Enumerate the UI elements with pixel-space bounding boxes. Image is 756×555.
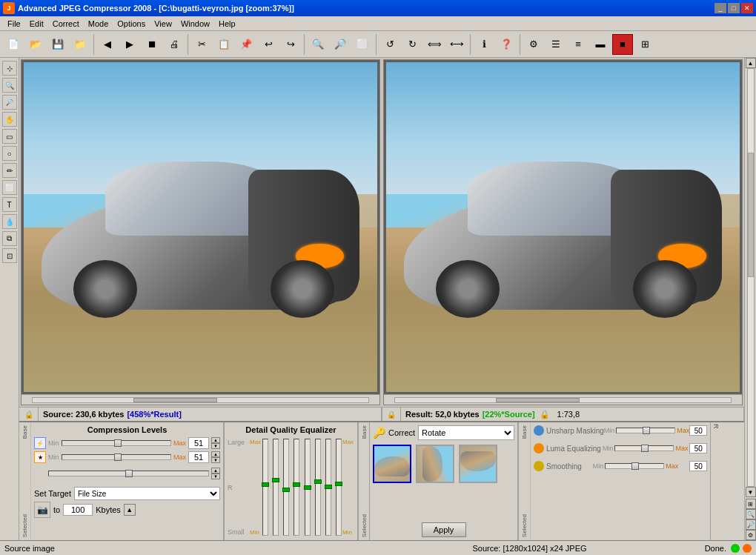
eq-vthumb-1[interactable] xyxy=(262,482,269,487)
kbytes-spin-up[interactable]: ▲ xyxy=(124,504,136,516)
tool-text[interactable]: T xyxy=(2,197,17,212)
unsharp-value[interactable]: 50 xyxy=(689,425,707,436)
tb-new[interactable]: 📄 xyxy=(3,34,24,55)
eq-vthumb-4[interactable] xyxy=(293,482,300,487)
comp-down2[interactable]: ▼ xyxy=(211,457,220,463)
tb-flip[interactable]: ⟺ xyxy=(424,34,445,55)
slider1-track[interactable] xyxy=(62,440,171,446)
v-scroll-extra1[interactable]: ⊞ xyxy=(746,499,756,509)
maximize-button[interactable]: □ xyxy=(728,3,740,13)
eq-vslider-1[interactable] xyxy=(262,439,268,536)
tb-rotate-r[interactable]: ↻ xyxy=(402,34,422,55)
menu-file[interactable]: File xyxy=(3,19,25,29)
tool-select[interactable]: ⊹ xyxy=(2,61,17,76)
v-scrollbar[interactable]: ▲ ▼ ⊞ 🔍 🔎 ⚙ xyxy=(744,58,756,540)
slider3-track[interactable] xyxy=(48,471,209,476)
thumb-2[interactable] xyxy=(416,445,454,483)
tool-zoom-in[interactable]: 🔍 xyxy=(2,78,17,93)
v-scroll-track[interactable] xyxy=(747,68,755,487)
kbytes-input[interactable] xyxy=(63,504,93,516)
luma-thumb[interactable] xyxy=(641,445,649,452)
tool-clone[interactable]: ⧉ xyxy=(2,231,17,246)
tool-pen[interactable]: ✏ xyxy=(2,163,17,178)
minimize-button[interactable]: _ xyxy=(714,3,726,13)
tool-fill[interactable]: ⬜ xyxy=(2,180,17,195)
menu-options[interactable]: Options xyxy=(113,19,150,29)
tb-settings4[interactable]: ▬ xyxy=(590,34,611,55)
v-scroll-extra3[interactable]: 🔎 xyxy=(746,519,756,530)
tb-red[interactable]: ■ xyxy=(612,34,633,55)
result-hscroll[interactable] xyxy=(384,394,742,405)
tb-paste[interactable]: 📌 xyxy=(236,34,256,55)
eq-vthumb-8[interactable] xyxy=(335,482,342,486)
source-hscroll-thumb[interactable] xyxy=(133,398,217,402)
tool-zoom-out[interactable]: 🔎 xyxy=(2,95,17,110)
tb-stop[interactable]: ⏹ xyxy=(142,34,162,55)
tb-fit[interactable]: ⬜ xyxy=(352,34,373,55)
tb-settings2[interactable]: ☰ xyxy=(546,34,566,55)
tool-crop[interactable]: ⊡ xyxy=(2,248,17,263)
tb-next[interactable]: ▶ xyxy=(119,34,140,55)
luma-track[interactable] xyxy=(614,445,674,451)
thumb-3[interactable] xyxy=(459,445,497,483)
menu-correct[interactable]: Correct xyxy=(48,19,84,29)
comp-up2[interactable]: ▲ xyxy=(211,451,220,457)
slider1-thumb[interactable] xyxy=(114,439,122,447)
smoothing-track[interactable] xyxy=(605,463,664,469)
result-hscroll-thumb[interactable] xyxy=(496,398,580,402)
eq-vslider-7[interactable] xyxy=(325,439,331,536)
tb-print[interactable]: 🖨 xyxy=(164,34,185,55)
tb-settings1[interactable]: ⚙ xyxy=(523,34,544,55)
apply-button[interactable]: Apply xyxy=(422,522,466,537)
tb-undo[interactable]: ↩ xyxy=(258,34,279,55)
menu-view[interactable]: View xyxy=(150,19,176,29)
v-scroll-up[interactable]: ▲ xyxy=(746,58,756,68)
slider3-thumb[interactable] xyxy=(125,470,133,477)
close-button[interactable]: ✕ xyxy=(741,3,753,13)
correct-select[interactable]: Rotate xyxy=(418,425,514,440)
menu-window[interactable]: Window xyxy=(176,19,214,29)
tb-prev[interactable]: ◀ xyxy=(97,34,118,55)
comp-up3[interactable]: ▲ xyxy=(211,468,220,473)
eq-vthumb-3[interactable] xyxy=(282,488,290,492)
v-scroll-thumb[interactable] xyxy=(748,153,754,278)
source-hscroll-track[interactable] xyxy=(32,397,369,403)
tb-zoom-in[interactable]: 🔍 xyxy=(308,34,328,55)
thumb-1[interactable] xyxy=(373,445,411,483)
unsharp-thumb[interactable] xyxy=(643,427,650,434)
tool-ellipse[interactable]: ○ xyxy=(2,146,17,161)
menu-help[interactable]: Help xyxy=(214,19,240,29)
eq-vslider-6[interactable] xyxy=(315,439,321,536)
v-scroll-down[interactable]: ▼ xyxy=(746,487,756,497)
tb-mirror[interactable]: ⟷ xyxy=(446,34,467,55)
smoothing-value[interactable]: 50 xyxy=(689,461,707,471)
eq-vthumb-7[interactable] xyxy=(325,485,332,489)
eq-vthumb-2[interactable] xyxy=(272,478,279,482)
tb-extra[interactable]: ⊞ xyxy=(634,34,655,55)
tb-settings3[interactable]: ≡ xyxy=(568,34,588,55)
tb-cut[interactable]: ✂ xyxy=(191,34,212,55)
tb-save2[interactable]: 📁 xyxy=(70,34,90,55)
tool-hand[interactable]: ✋ xyxy=(2,112,17,127)
comp-value-2[interactable]: 51 xyxy=(188,451,209,463)
target-select[interactable]: File Size xyxy=(74,487,220,500)
tb-info[interactable]: ℹ xyxy=(474,34,494,55)
tool-eyedropper[interactable]: 💧 xyxy=(2,214,17,229)
smoothing-thumb[interactable] xyxy=(631,462,639,470)
menu-edit[interactable]: Edit xyxy=(25,19,48,29)
slider2-track[interactable] xyxy=(62,454,171,460)
eq-vslider-4[interactable] xyxy=(294,439,299,536)
tb-copy[interactable]: 📋 xyxy=(213,34,234,55)
eq-vslider-2[interactable] xyxy=(273,439,279,536)
luma-value[interactable]: 50 xyxy=(689,443,707,453)
source-hscroll[interactable] xyxy=(21,394,379,405)
tool-rect[interactable]: ▭ xyxy=(2,129,17,144)
target-icon-btn[interactable]: 📷 xyxy=(34,502,50,518)
menu-mode[interactable]: Mode xyxy=(84,19,113,29)
v-scroll-extra2[interactable]: 🔍 xyxy=(746,509,756,519)
v-scroll-extra4[interactable]: ⚙ xyxy=(746,530,756,540)
tb-rotate-l[interactable]: ↺ xyxy=(379,34,400,55)
comp-value-1[interactable]: 51 xyxy=(188,437,209,449)
comp-up1[interactable]: ▲ xyxy=(211,437,220,443)
tb-help[interactable]: ❓ xyxy=(496,34,517,55)
